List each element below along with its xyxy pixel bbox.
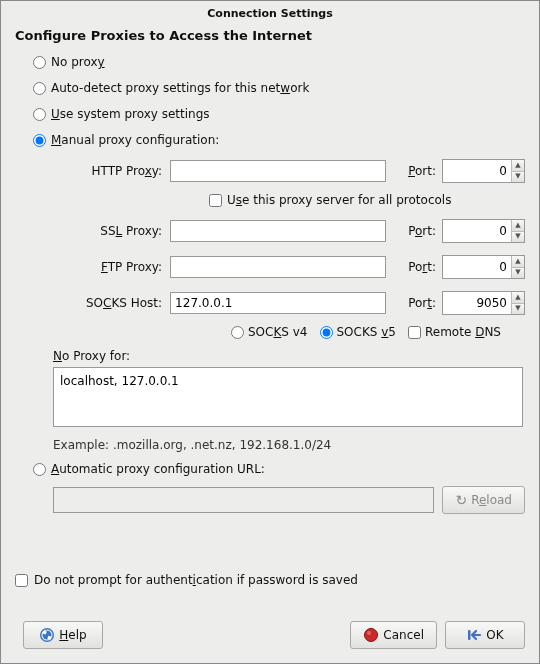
help-button-label: Help — [59, 628, 86, 642]
ssl-port-spin-buttons[interactable]: ▲ ▼ — [511, 220, 524, 242]
spin-down-icon[interactable]: ▼ — [512, 267, 524, 279]
http-proxy-input[interactable] — [170, 160, 386, 182]
radio-manual[interactable] — [33, 134, 46, 147]
http-port-spinner[interactable]: ▲ ▼ — [442, 159, 525, 183]
http-proxy-label: HTTP Proxy: — [53, 164, 170, 178]
radio-pac[interactable] — [33, 463, 46, 476]
http-port-spin-buttons[interactable]: ▲ ▼ — [511, 160, 524, 182]
no-proxy-example: Example: .mozilla.org, .net.nz, 192.168.… — [53, 438, 525, 452]
dont-prompt-label: Do not prompt for authentication if pass… — [34, 573, 358, 587]
button-bar: Help Cancel OK — [1, 621, 539, 649]
reload-button-label: Reload — [471, 493, 512, 507]
radio-socks-v5[interactable] — [320, 326, 333, 339]
radio-no-proxy-row[interactable]: No proxy — [33, 53, 525, 71]
ssl-proxy-row: SSL Proxy: Port: ▲ ▼ — [53, 217, 525, 245]
radio-pac-label: Automatic proxy configuration URL: — [51, 462, 265, 476]
use-all-label: Use this proxy server for all protocols — [227, 193, 451, 207]
no-proxy-for-label: No Proxy for: — [53, 349, 525, 363]
ftp-proxy-label: FTP Proxy: — [53, 260, 170, 274]
socks-options-row: SOCKS v4 SOCKS v5 Remote DNS — [231, 325, 525, 339]
dialog-title: Connection Settings — [207, 7, 332, 20]
reload-button[interactable]: ↻ Reload — [442, 486, 525, 514]
ftp-proxy-input[interactable] — [170, 256, 386, 278]
radio-manual-label: Manual proxy configuration: — [51, 133, 219, 147]
radio-system[interactable] — [33, 108, 46, 121]
radio-socks-v5-label: SOCKS v5 — [337, 325, 397, 339]
radio-socks-v4-label: SOCKS v4 — [248, 325, 308, 339]
socks-port-spinner[interactable]: ▲ ▼ — [442, 291, 525, 315]
use-all-checkbox[interactable] — [209, 194, 222, 207]
dont-prompt-checkbox[interactable] — [15, 574, 28, 587]
manual-proxy-grid: HTTP Proxy: Port: ▲ ▼ Use this proxy ser… — [53, 157, 525, 339]
radio-auto-detect[interactable] — [33, 82, 46, 95]
spin-up-icon[interactable]: ▲ — [512, 256, 524, 267]
radio-pac-row[interactable]: Automatic proxy configuration URL: — [33, 460, 525, 478]
svg-point-5 — [365, 629, 378, 642]
ok-icon — [466, 627, 482, 643]
spin-down-icon[interactable]: ▼ — [512, 231, 524, 243]
reload-icon: ↻ — [455, 492, 467, 508]
ftp-port-label: Port: — [386, 260, 442, 274]
socks-port-label: Port: — [386, 296, 442, 310]
cancel-button-label: Cancel — [383, 628, 424, 642]
ftp-proxy-row: FTP Proxy: Port: ▲ ▼ — [53, 253, 525, 281]
help-icon — [39, 627, 55, 643]
socks-port-input[interactable] — [443, 292, 511, 314]
section-heading: Configure Proxies to Access the Internet — [15, 28, 525, 43]
checkbox-remote-dns-label: Remote DNS — [425, 325, 501, 339]
radio-manual-row[interactable]: Manual proxy configuration: — [33, 131, 525, 149]
socks-host-input[interactable] — [170, 292, 386, 314]
ssl-port-input[interactable] — [443, 220, 511, 242]
radio-socks-v4[interactable] — [231, 326, 244, 339]
spin-up-icon[interactable]: ▲ — [512, 292, 524, 303]
spin-down-icon[interactable]: ▼ — [512, 303, 524, 315]
ftp-port-spinner[interactable]: ▲ ▼ — [442, 255, 525, 279]
pac-url-input[interactable] — [53, 487, 434, 513]
ssl-port-label: Port: — [386, 224, 442, 238]
radio-auto-detect-row[interactable]: Auto-detect proxy settings for this netw… — [33, 79, 525, 97]
checkbox-remote-dns-row[interactable]: Remote DNS — [408, 325, 501, 339]
content-area: Configure Proxies to Access the Internet… — [1, 28, 539, 514]
cancel-button[interactable]: Cancel — [350, 621, 437, 649]
socks-host-row: SOCKS Host: Port: ▲ ▼ — [53, 289, 525, 317]
radio-system-row[interactable]: Use system proxy settings — [33, 105, 525, 123]
radio-no-proxy[interactable] — [33, 56, 46, 69]
dialog-window: Connection Settings Configure Proxies to… — [0, 0, 540, 664]
ftp-port-input[interactable] — [443, 256, 511, 278]
spin-down-icon[interactable]: ▼ — [512, 171, 524, 183]
radio-socks-v5-row[interactable]: SOCKS v5 — [320, 325, 397, 339]
stop-icon — [363, 627, 379, 643]
dont-prompt-row[interactable]: Do not prompt for authentication if pass… — [15, 573, 358, 587]
ssl-proxy-label: SSL Proxy: — [53, 224, 170, 238]
radio-no-proxy-label: No proxy — [51, 55, 105, 69]
ssl-port-spinner[interactable]: ▲ ▼ — [442, 219, 525, 243]
ssl-proxy-input[interactable] — [170, 220, 386, 242]
title-bar: Connection Settings — [1, 1, 539, 28]
spin-up-icon[interactable]: ▲ — [512, 160, 524, 171]
use-all-row[interactable]: Use this proxy server for all protocols — [209, 193, 525, 207]
http-proxy-row: HTTP Proxy: Port: ▲ ▼ — [53, 157, 525, 185]
http-port-label: Port: — [386, 164, 442, 178]
no-proxy-textarea[interactable]: localhost, 127.0.0.1 — [53, 367, 523, 427]
ftp-port-spin-buttons[interactable]: ▲ ▼ — [511, 256, 524, 278]
svg-rect-7 — [468, 630, 471, 640]
ok-button-label: OK — [486, 628, 503, 642]
pac-url-row: ↻ Reload — [53, 486, 525, 514]
radio-auto-detect-label: Auto-detect proxy settings for this netw… — [51, 81, 309, 95]
checkbox-remote-dns[interactable] — [408, 326, 421, 339]
radio-system-label: Use system proxy settings — [51, 107, 210, 121]
radio-socks-v4-row[interactable]: SOCKS v4 — [231, 325, 308, 339]
spin-up-icon[interactable]: ▲ — [512, 220, 524, 231]
http-port-input[interactable] — [443, 160, 511, 182]
socks-port-spin-buttons[interactable]: ▲ ▼ — [511, 292, 524, 314]
help-button[interactable]: Help — [23, 621, 103, 649]
svg-point-6 — [367, 631, 371, 635]
socks-host-label: SOCKS Host: — [53, 296, 170, 310]
ok-button[interactable]: OK — [445, 621, 525, 649]
